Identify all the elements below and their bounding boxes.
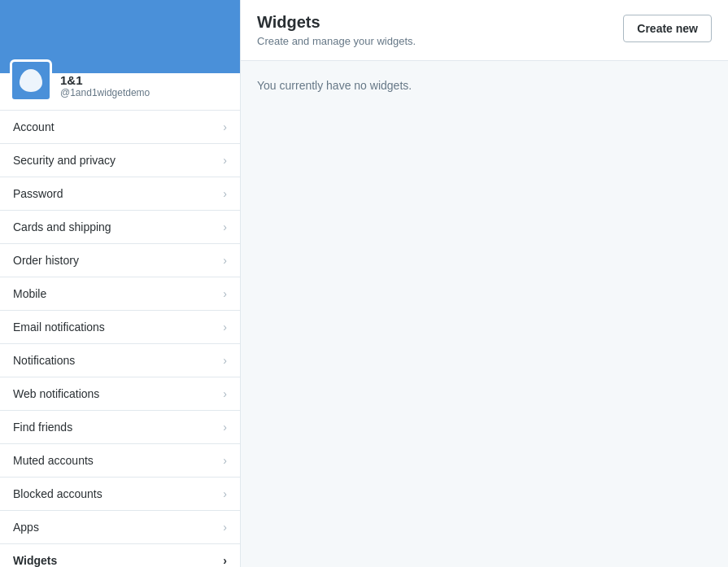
chevron-right-icon: › <box>223 220 227 233</box>
chevron-right-icon: › <box>223 521 227 534</box>
sidebar-item-email-notifications[interactable]: Email notifications› <box>0 311 240 344</box>
avatar-egg-icon <box>20 69 42 92</box>
chevron-right-icon: › <box>223 454 227 467</box>
sidebar-item-label: Blocked accounts <box>13 487 102 500</box>
sidebar-item-label: Security and privacy <box>13 154 116 167</box>
chevron-right-icon: › <box>223 554 227 567</box>
sidebar-item-label: Password <box>13 187 63 200</box>
sidebar-item-mobile[interactable]: Mobile› <box>0 277 240 311</box>
avatar-wrap <box>10 59 52 102</box>
sidebar-item-web-notifications[interactable]: Web notifications› <box>0 377 240 411</box>
chevron-right-icon: › <box>223 387 227 400</box>
chevron-right-icon: › <box>223 354 227 367</box>
avatar <box>10 59 52 102</box>
chevron-right-icon: › <box>223 321 227 334</box>
sidebar-item-label: Notifications <box>13 354 75 367</box>
sidebar-item-label: Email notifications <box>13 321 105 334</box>
widgets-title-block: Widgets Create and manage your widgets. <box>257 13 416 47</box>
create-new-button[interactable]: Create new <box>623 15 712 42</box>
sidebar: 1&1 @1and1widgetdemo Account›Security an… <box>0 0 241 567</box>
sidebar-item-label: Cards and shipping <box>13 220 111 233</box>
chevron-right-icon: › <box>223 187 227 200</box>
sidebar-item-apps[interactable]: Apps› <box>0 511 240 544</box>
widgets-empty-message: You currently have no widgets. <box>241 61 728 110</box>
sidebar-item-label: Find friends <box>13 421 72 434</box>
sidebar-item-notifications[interactable]: Notifications› <box>0 344 240 377</box>
profile-handle: @1and1widgetdemo <box>60 87 150 98</box>
sidebar-item-label: Widgets <box>13 554 57 567</box>
sidebar-item-widgets[interactable]: Widgets› <box>0 544 240 567</box>
widgets-subtitle: Create and manage your widgets. <box>257 35 416 47</box>
chevron-right-icon: › <box>223 421 227 434</box>
chevron-right-icon: › <box>223 487 227 500</box>
chevron-right-icon: › <box>223 120 227 133</box>
sidebar-item-label: Web notifications <box>13 387 99 400</box>
sidebar-item-label: Muted accounts <box>13 454 94 467</box>
widgets-header: Widgets Create and manage your widgets. … <box>241 0 728 61</box>
sidebar-item-label: Order history <box>13 254 79 267</box>
sidebar-item-account[interactable]: Account› <box>0 111 240 144</box>
chevron-right-icon: › <box>223 154 227 167</box>
main-content: Widgets Create and manage your widgets. … <box>241 0 728 567</box>
nav-list: Account›Security and privacy›Password›Ca… <box>0 111 240 567</box>
sidebar-item-find-friends[interactable]: Find friends› <box>0 411 240 444</box>
profile-area: 1&1 @1and1widgetdemo <box>0 73 240 111</box>
sidebar-item-password[interactable]: Password› <box>0 177 240 211</box>
sidebar-item-cards-shipping[interactable]: Cards and shipping› <box>0 211 240 244</box>
sidebar-item-label: Account <box>13 120 54 133</box>
chevron-right-icon: › <box>223 287 227 300</box>
sidebar-item-label: Mobile <box>13 287 46 300</box>
profile-info: 1&1 @1and1widgetdemo <box>60 73 150 102</box>
sidebar-item-label: Apps <box>13 521 39 534</box>
chevron-right-icon: › <box>223 254 227 267</box>
widgets-title: Widgets <box>257 13 416 32</box>
sidebar-item-blocked-accounts[interactable]: Blocked accounts› <box>0 478 240 511</box>
sidebar-item-security-privacy[interactable]: Security and privacy› <box>0 144 240 177</box>
sidebar-item-order-history[interactable]: Order history› <box>0 244 240 277</box>
sidebar-item-muted-accounts[interactable]: Muted accounts› <box>0 444 240 478</box>
profile-name: 1&1 <box>60 73 150 87</box>
